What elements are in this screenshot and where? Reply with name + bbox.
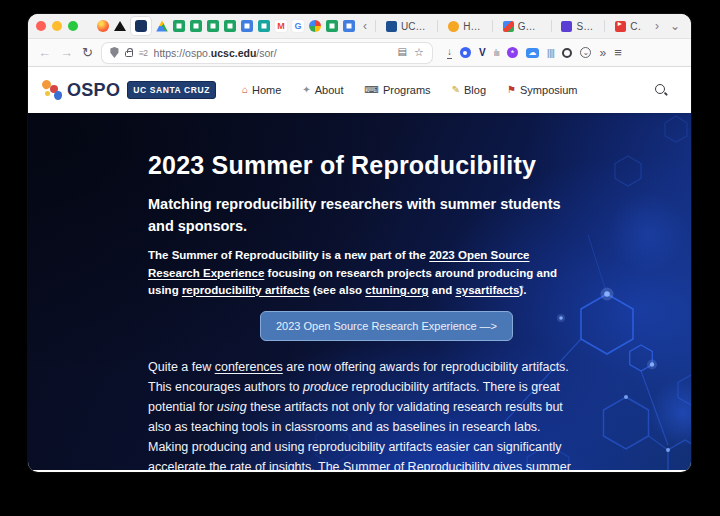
ucsc-active-pinned-icon <box>135 20 147 32</box>
menu-icon[interactable] <box>614 46 622 59</box>
tab-ucsc[interactable]: UCSC <box>381 21 432 32</box>
tab-goog[interactable]: Goog <box>498 21 546 32</box>
browser-toolbar: ≡2 https://ospo.ucsc.edu/sor/ <box>28 39 691 67</box>
youtube-tab-icon <box>615 21 626 32</box>
tab-sor[interactable]: SoR <box>556 21 599 32</box>
screenshot-stage: M G UCSC How Goog SoR <box>0 0 720 516</box>
urlbar-actions <box>398 46 424 59</box>
google-sheets-icon[interactable] <box>224 20 236 32</box>
barcode-extension-icon[interactable] <box>547 48 554 58</box>
nav-item-symposium[interactable]: ⚑ Symposium <box>507 84 577 96</box>
reload-icon[interactable] <box>82 46 93 59</box>
url-domain: ucsc.edu <box>211 47 257 59</box>
body-text: Quite a few <box>148 360 215 374</box>
intro-paragraph: The Summer of Reproducibility is a new p… <box>148 247 584 299</box>
body-text-italic: using <box>217 400 247 414</box>
window-controls <box>36 21 78 31</box>
address-bar[interactable]: ≡2 https://ospo.ucsc.edu/sor/ <box>102 43 432 63</box>
download-icon[interactable] <box>447 47 452 59</box>
google-docs-icon[interactable] <box>343 20 355 32</box>
url-scheme: https://ospo. <box>154 47 211 59</box>
tab-label: SoR <box>576 21 594 32</box>
google-sheets-icon[interactable] <box>173 20 185 32</box>
tab-label: How <box>463 21 481 32</box>
maximize-button[interactable] <box>68 21 78 31</box>
reader-view-icon[interactable] <box>398 46 407 59</box>
site-header: OSPO UC SANTA CRUZ ⌂ Home ✦ About ⌨ Prog… <box>28 67 691 113</box>
ospo-logo-icon <box>42 79 63 101</box>
minimize-button[interactable] <box>52 21 62 31</box>
link-sysartifacts[interactable]: sysartifacts <box>455 284 519 296</box>
intro-text: ). <box>519 284 526 296</box>
list-all-tabs-icon[interactable] <box>667 20 683 32</box>
bookmark-star-icon[interactable] <box>414 46 424 59</box>
record-extension-icon[interactable] <box>562 48 572 58</box>
google-icon[interactable]: G <box>292 20 304 32</box>
forward-icon[interactable] <box>60 46 73 59</box>
osre-cta-button[interactable]: 2023 Open Source Research Experience —> <box>260 311 513 341</box>
cloud-extension-icon[interactable] <box>526 48 539 58</box>
nav-label: Blog <box>464 84 486 96</box>
extension-purple-icon[interactable] <box>507 47 518 58</box>
tracking-shield-icon[interactable] <box>110 47 119 58</box>
nav-label: Home <box>252 84 281 96</box>
close-button[interactable] <box>36 21 46 31</box>
lock-icon[interactable] <box>125 51 133 57</box>
google-drive-icon[interactable] <box>156 20 168 32</box>
nav-item-blog[interactable]: ✎ Blog <box>452 84 486 96</box>
url-path: /sor/ <box>256 47 276 59</box>
home-icon: ⌂ <box>242 85 248 95</box>
back-icon[interactable] <box>38 46 51 59</box>
scroll-tabs-left-icon[interactable] <box>360 20 370 32</box>
tab-ca[interactable]: Ca <box>610 21 647 32</box>
tab-label: Ca <box>630 21 642 32</box>
url-text[interactable]: https://ospo.ucsc.edu/sor/ <box>154 47 277 59</box>
body-text-italic: produce <box>303 380 348 394</box>
hero-content: 2023 Summer of Reproducibility Matching … <box>148 151 584 470</box>
how-tab-icon <box>448 21 459 32</box>
google-sheets-icon[interactable] <box>190 20 202 32</box>
stats-icon[interactable] <box>494 48 500 58</box>
scroll-tabs-right-icon[interactable] <box>652 20 662 32</box>
pocket-icon[interactable] <box>580 47 591 58</box>
logo-text: OSPO <box>67 80 120 101</box>
tab-strip: M G UCSC How Goog SoR <box>28 14 691 39</box>
link-reproducibility-artifacts[interactable]: reproducibility artifacts <box>182 284 310 296</box>
tab-divider <box>375 20 376 32</box>
nav-label: About <box>315 84 344 96</box>
permission-badge[interactable]: ≡2 <box>139 48 148 58</box>
tab-label: Goog <box>518 21 541 32</box>
nav-item-programs[interactable]: ⌨ Programs <box>365 84 431 96</box>
overflow-icon[interactable] <box>599 47 606 59</box>
link-ctuning[interactable]: ctuning.org <box>365 284 428 296</box>
link-conferences[interactable]: conferences <box>215 360 283 374</box>
nav-item-home[interactable]: ⌂ Home <box>242 84 281 96</box>
google-photos-icon[interactable] <box>309 20 321 32</box>
page-subtitle: Matching reproducibility researchers wit… <box>148 194 584 238</box>
nav-item-about[interactable]: ✦ About <box>302 84 343 96</box>
sor-tab-icon <box>561 21 572 32</box>
logo-badge: UC SANTA CRUZ <box>127 81 216 99</box>
active-pinned-tab[interactable] <box>131 17 151 35</box>
vpn-icon[interactable] <box>479 48 486 58</box>
google-docs-icon[interactable] <box>241 20 253 32</box>
google-sheets-icon[interactable] <box>326 20 338 32</box>
tab-how[interactable]: How <box>443 21 486 32</box>
browser-window: M G UCSC How Goog SoR <box>28 14 691 472</box>
vercel-icon[interactable] <box>114 21 126 31</box>
search-icon[interactable] <box>654 83 668 97</box>
tab-divider <box>551 20 552 32</box>
ospo-logo[interactable]: OSPO UC SANTA CRUZ <box>42 79 216 101</box>
google-sheets-chart-icon[interactable] <box>258 20 270 32</box>
goog-tab-icon <box>503 21 514 32</box>
password-manager-icon[interactable] <box>460 47 471 58</box>
blog-icon: ✎ <box>452 85 460 95</box>
nav-label: Symposium <box>520 84 577 96</box>
about-icon: ✦ <box>302 85 310 95</box>
google-sheets-icon[interactable] <box>207 20 219 32</box>
gmail-icon[interactable]: M <box>275 20 287 32</box>
intro-text: The Summer of Reproducibility is a new p… <box>148 249 429 261</box>
symposium-icon: ⚑ <box>507 85 516 95</box>
firefox-icon[interactable] <box>97 20 109 32</box>
intro-text: and <box>429 284 456 296</box>
